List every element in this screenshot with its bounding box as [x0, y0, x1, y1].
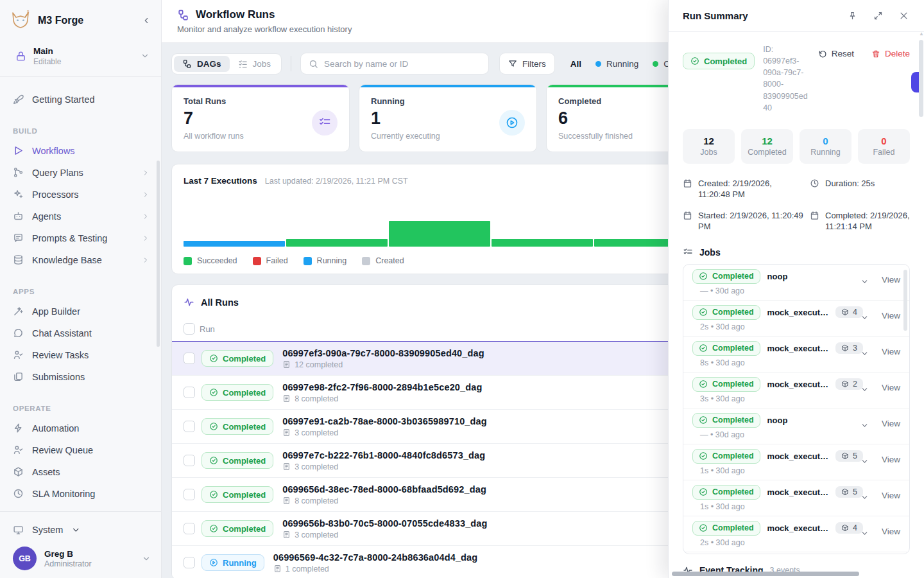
job-row[interactable]: Completednoop— • 30d agoView — [683, 408, 909, 444]
sidebar-scrollbar[interactable] — [157, 161, 160, 511]
box-icon — [13, 466, 24, 477]
expand-icon[interactable] — [873, 11, 883, 21]
panel-vertical-scrollbar[interactable]: ▲ — [919, 35, 923, 575]
chevron-down-icon[interactable] — [860, 385, 869, 394]
chevron-down-icon[interactable] — [860, 457, 869, 466]
chevron-down-icon[interactable] — [860, 313, 869, 322]
row-checkbox[interactable] — [184, 455, 195, 466]
job-view-link[interactable]: View — [882, 419, 900, 428]
sidebar-item-processors[interactable]: Processors — [10, 184, 152, 206]
user-icon — [13, 444, 24, 455]
job-row[interactable]: Completednoop— • 30d agoView — [683, 265, 909, 301]
row-checkbox[interactable] — [184, 489, 195, 500]
filters-button[interactable]: Filters — [499, 53, 555, 74]
job-row[interactable]: Completedmock_execut…42s • 30d agoView — [683, 301, 909, 337]
close-icon[interactable] — [899, 11, 909, 21]
job-row[interactable]: Completed — [683, 552, 909, 554]
job-view-link[interactable]: View — [882, 311, 900, 320]
asset-count-chip: 4 — [835, 522, 863, 534]
chevron-right-icon — [142, 256, 150, 264]
job-row[interactable]: Completedmock_execut…51s • 30d agoView — [683, 444, 909, 480]
chevron-down-icon[interactable] — [860, 277, 869, 286]
chevron-down-icon[interactable] — [860, 349, 869, 358]
run-sub: 8 completed — [282, 496, 719, 505]
sidebar-item-sla-monitoring[interactable]: SLA Monitoring — [10, 483, 152, 505]
sidebar-item-query-plans[interactable]: Query Plans — [10, 162, 152, 184]
chevron-down-icon[interactable] — [860, 493, 869, 502]
chevron-down-icon[interactable] — [860, 421, 869, 430]
row-checkbox[interactable] — [184, 557, 195, 568]
jobs-scrollbar-thumb[interactable] — [903, 270, 907, 331]
sidebar-scrollbar-thumb[interactable] — [157, 161, 160, 347]
segment-dags[interactable]: DAGs — [174, 56, 230, 72]
sidebar-item-app-builder[interactable]: App Builder — [10, 301, 152, 322]
job-view-link[interactable]: View — [882, 347, 900, 356]
segment-jobs[interactable]: Jobs — [230, 56, 280, 72]
job-view-link[interactable]: View — [882, 527, 900, 536]
jobs-list: Completednoop— • 30d agoViewCompletedmoc… — [683, 264, 910, 554]
execution-bar[interactable] — [492, 239, 593, 247]
sidebar-item-knowledge-base[interactable]: Knowledge Base — [10, 249, 152, 271]
sidebar-item-automation[interactable]: Automation — [10, 417, 152, 439]
calendar-icon — [683, 179, 692, 200]
legend-running: Running — [304, 256, 347, 265]
job-row[interactable]: Completedmock_execut…42s • 30d agoView — [683, 516, 909, 552]
filter-running[interactable]: Running — [595, 59, 638, 69]
pin-icon[interactable] — [848, 11, 857, 21]
sidebar-item-review-queue[interactable]: Review Queue — [10, 439, 152, 461]
run-id: ID: 06997ef3-090a-79c7-8000-83909905ed40 — [763, 44, 809, 114]
legend-swatch — [304, 257, 312, 265]
job-view-link[interactable]: View — [882, 275, 900, 285]
row-checkbox[interactable] — [184, 421, 195, 432]
execution-bar[interactable] — [286, 239, 388, 247]
sidebar-item-submissions[interactable]: Submissions — [10, 366, 152, 388]
delete-button[interactable]: Delete — [871, 49, 910, 58]
job-view-link[interactable]: View — [882, 455, 900, 464]
sidebar-item-workflows[interactable]: Workflows — [10, 140, 152, 162]
sidebar-item-getting-started[interactable]: Getting Started — [10, 89, 152, 110]
chevron-down-icon[interactable] — [860, 529, 869, 538]
job-row[interactable]: Completedmock_execut…23s • 30d agoView — [683, 372, 909, 408]
user-name: Greg B — [44, 548, 92, 560]
panel-stat-jobs: 12Jobs — [683, 129, 735, 164]
jobs-count-icon — [282, 496, 291, 505]
workspace-switcher[interactable]: Main Editable — [0, 41, 161, 77]
row-checkbox[interactable] — [184, 353, 195, 364]
reset-button[interactable]: Reset — [818, 49, 854, 58]
job-view-link[interactable]: View — [882, 383, 900, 392]
panel-vscrollbar-thumb[interactable] — [919, 40, 923, 117]
sidebar-item-prompts-testing[interactable]: Prompts & Testing — [10, 227, 152, 249]
check-circle-icon — [209, 524, 218, 533]
panel-hscrollbar-thumb[interactable] — [672, 572, 859, 576]
run-name: 0699656b-83b0-70c5-8000-07055cde4833_dag — [282, 518, 719, 529]
sidebar-item-assets[interactable]: Assets — [10, 461, 152, 483]
select-all-checkbox[interactable] — [184, 323, 195, 335]
sidebar-item-label: Getting Started — [32, 94, 95, 105]
row-checkbox[interactable] — [184, 387, 195, 398]
panel-horizontal-scrollbar[interactable] — [672, 572, 916, 576]
execution-bar[interactable] — [389, 221, 490, 247]
search-input[interactable] — [324, 59, 481, 69]
sidebar-collapse-button[interactable] — [142, 16, 151, 25]
chevron-right-icon — [142, 169, 150, 177]
sidebar-item-chat-assistant[interactable]: Chat Assistant — [10, 322, 152, 344]
job-row[interactable]: Completedmock_execut…51s • 30d agoView — [683, 480, 909, 516]
run-sub: 1 completed — [273, 565, 719, 574]
job-view-link[interactable]: View — [882, 491, 900, 500]
stack-icon — [13, 371, 24, 382]
row-checkbox[interactable] — [184, 523, 195, 534]
clock-icon — [13, 488, 24, 499]
sidebar-item-agents[interactable]: Agents — [10, 206, 152, 227]
check-circle-icon — [209, 422, 218, 431]
user-menu[interactable]: GB Greg B Administrator — [13, 547, 151, 570]
sidebar-item-review-tasks[interactable]: Review Tasks — [10, 344, 152, 366]
filter-all[interactable]: All — [570, 59, 581, 69]
meta-created: Created: 2/19/2026, 11:20:48 PM — [683, 178, 806, 200]
svg-text:3: 3 — [27, 10, 30, 13]
box-icon — [841, 344, 849, 352]
execution-bar[interactable] — [184, 241, 285, 247]
sidebar-item-system[interactable]: System — [13, 518, 151, 541]
status-badge: Completed — [201, 350, 273, 367]
panel-stat-failed: 0Failed — [858, 129, 910, 164]
job-row[interactable]: Completedmock_execut…38s • 30d agoView — [683, 337, 909, 372]
